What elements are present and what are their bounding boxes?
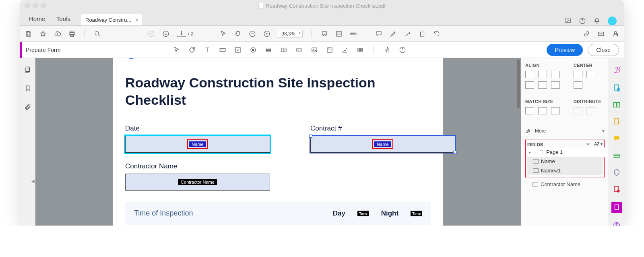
link-icon[interactable] xyxy=(583,30,590,37)
image-tool-icon[interactable] xyxy=(311,46,318,54)
tab-document[interactable]: Roadway Constru... × xyxy=(81,14,143,25)
fit-page-icon[interactable] xyxy=(335,30,343,37)
erase-icon[interactable] xyxy=(419,30,426,37)
tab-home[interactable]: Home xyxy=(23,12,51,25)
star-icon[interactable] xyxy=(39,30,47,37)
svg-rect-40 xyxy=(614,154,619,158)
traffic-max[interactable] xyxy=(41,3,46,8)
avatar[interactable] xyxy=(608,17,617,25)
zoom-value[interactable]: 98,3% xyxy=(278,30,303,38)
draw-icon[interactable] xyxy=(404,30,411,37)
center-both-icon[interactable] xyxy=(574,81,582,89)
match-h-icon[interactable] xyxy=(538,107,547,114)
form-help-icon[interactable] xyxy=(399,46,406,54)
tool-export-icon[interactable] xyxy=(613,118,621,126)
mail-icon[interactable] xyxy=(597,30,605,37)
align-vcenter-icon[interactable] xyxy=(538,81,547,89)
help-icon[interactable] xyxy=(579,17,586,25)
tool-compare-icon[interactable] xyxy=(613,101,621,109)
display-icon[interactable] xyxy=(564,17,572,25)
align-right-icon[interactable] xyxy=(551,71,560,78)
sort-icon[interactable]: A͏Z ▾ xyxy=(594,142,603,147)
dist-h-icon[interactable] xyxy=(574,107,582,114)
night-time-field[interactable]: Time xyxy=(411,211,422,216)
select-tool-icon[interactable] xyxy=(220,30,227,37)
pointer-tool-icon[interactable] xyxy=(173,46,180,54)
svg-rect-3 xyxy=(27,34,30,36)
align-left-icon[interactable] xyxy=(525,71,534,78)
ruler-icon[interactable] xyxy=(350,30,357,37)
tree-field-name1[interactable]: Name#1 xyxy=(527,166,603,175)
tree-field-contractor[interactable]: Contractor Name xyxy=(525,180,605,189)
textfield-tool-icon[interactable] xyxy=(219,46,226,54)
tool-form-icon[interactable] xyxy=(611,202,622,213)
barcode-tool-icon[interactable] xyxy=(357,46,364,54)
tree-field-name[interactable]: Name xyxy=(527,157,603,166)
highlight-icon[interactable] xyxy=(390,30,397,37)
tab-close-icon[interactable]: × xyxy=(135,17,138,23)
match-both-icon[interactable] xyxy=(551,107,560,114)
tool-comment-icon[interactable] xyxy=(613,135,621,143)
tool-protect-icon[interactable] xyxy=(613,168,621,176)
undo-icon[interactable] xyxy=(433,30,440,37)
pin-icon[interactable] xyxy=(384,46,391,54)
dist-v-icon[interactable] xyxy=(586,107,595,114)
svg-rect-6 xyxy=(70,34,74,36)
page-up-icon[interactable] xyxy=(148,30,155,37)
tool-create-icon[interactable] xyxy=(613,84,621,92)
traffic-min[interactable] xyxy=(33,3,38,8)
attachment-icon[interactable] xyxy=(24,103,31,110)
more-row[interactable]: More ▾ xyxy=(525,125,605,137)
dropdown-tool-icon[interactable] xyxy=(280,46,287,54)
pages-panel-icon[interactable] xyxy=(24,66,31,73)
vertical-scrollbar[interactable] xyxy=(517,60,520,108)
cloud-upload-icon[interactable] xyxy=(54,30,61,37)
page-current-input[interactable] xyxy=(177,31,186,37)
document-canvas[interactable]: Roadway Construction Site Inspection Che… xyxy=(35,58,521,226)
bookmark-icon[interactable] xyxy=(24,85,31,92)
center-v-icon[interactable] xyxy=(586,71,595,78)
tool-scan-icon[interactable] xyxy=(613,151,621,160)
preview-button[interactable]: Preview xyxy=(547,44,583,56)
tool-signature-icon[interactable]: ℬ xyxy=(613,65,620,75)
bell-icon[interactable] xyxy=(593,17,601,25)
print-icon[interactable] xyxy=(68,30,76,37)
checkbox-tool-icon[interactable] xyxy=(234,46,242,54)
svg-rect-12 xyxy=(322,31,327,35)
form-toolbar: Prepare Form OK Preview Close xyxy=(20,42,624,58)
list-tool-icon[interactable] xyxy=(265,46,272,54)
traffic-close[interactable] xyxy=(25,3,30,8)
button-tool-icon[interactable]: OK xyxy=(295,46,303,54)
tool-alert-icon[interactable]: ! xyxy=(613,185,621,193)
zoom-in-icon[interactable] xyxy=(263,30,270,37)
match-w-icon[interactable] xyxy=(525,107,534,114)
close-button[interactable]: Close xyxy=(588,44,619,56)
save-icon[interactable] xyxy=(25,30,32,37)
filter-icon[interactable] xyxy=(585,142,591,147)
comment-icon[interactable] xyxy=(375,30,382,37)
tool-accessibility-icon[interactable] xyxy=(613,222,621,226)
align-top-icon[interactable] xyxy=(525,81,534,89)
align-hcenter-icon[interactable] xyxy=(538,71,547,78)
center-h-icon[interactable] xyxy=(574,71,582,78)
radio-tool-icon[interactable] xyxy=(250,46,257,54)
tag-tool-icon[interactable] xyxy=(188,46,196,54)
tab-tools[interactable]: Tools xyxy=(51,12,76,25)
day-time-field[interactable]: Time xyxy=(357,211,369,216)
text-tool-icon[interactable] xyxy=(204,46,211,54)
fit-width-icon[interactable] xyxy=(321,30,328,37)
hand-tool-icon[interactable] xyxy=(234,30,242,37)
date-tool-icon[interactable] xyxy=(326,46,333,54)
tree-page-1[interactable]: ▸⌄Page 1 xyxy=(527,147,609,157)
zoom-out-icon[interactable] xyxy=(249,30,256,37)
page-down-icon[interactable] xyxy=(162,30,169,37)
collapse-left-icon[interactable]: ◀ xyxy=(31,179,35,185)
align-bottom-icon[interactable] xyxy=(551,81,560,89)
share-people-icon[interactable] xyxy=(612,30,619,37)
svg-rect-34 xyxy=(540,150,543,154)
contractor-field[interactable]: Contractor Name xyxy=(125,174,270,191)
search-icon[interactable] xyxy=(94,30,101,37)
date-field[interactable]: Name xyxy=(125,136,270,153)
contract-field[interactable]: Name xyxy=(310,136,455,153)
signature-tool-icon[interactable] xyxy=(341,46,349,54)
